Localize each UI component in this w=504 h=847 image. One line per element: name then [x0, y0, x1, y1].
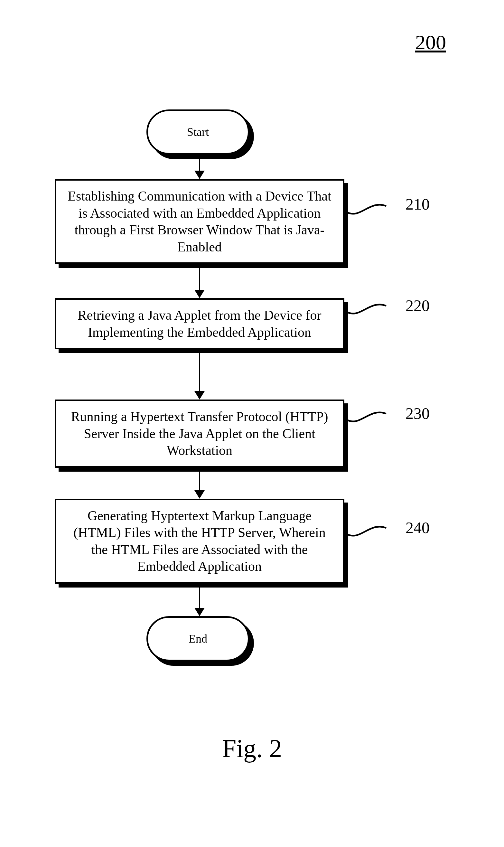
ref-label-210: 210: [406, 195, 430, 213]
arrow-icon: [194, 264, 205, 298]
ref-label-240: 240: [406, 518, 430, 537]
leader-line-icon: [347, 515, 406, 554]
process-step-230: Running a Hypertext Transfer Protocol (H…: [55, 399, 344, 468]
start-terminator-label: Start: [146, 109, 249, 155]
process-step-240-text: Generating Hyptertext Markup Language (H…: [55, 499, 344, 584]
leader-line-icon: [347, 296, 406, 335]
flowchart-figure: 200 Start Establishing Communication wit…: [0, 0, 504, 847]
leader-line-icon: [347, 402, 406, 441]
process-step-220-text: Retrieving a Java Applet from the Device…: [55, 298, 344, 349]
process-step-210-text: Establishing Communication with a Device…: [55, 179, 344, 264]
arrow-icon: [194, 349, 205, 399]
process-step-220: Retrieving a Java Applet from the Device…: [55, 298, 344, 349]
ref-label-230: 230: [406, 404, 430, 423]
process-step-240: Generating Hyptertext Markup Language (H…: [55, 499, 344, 584]
flowchart-column: Start Establishing Communication with a …: [55, 109, 344, 665]
figure-number: 200: [415, 31, 446, 54]
arrow-icon: [194, 468, 205, 499]
arrow-icon: [194, 158, 205, 179]
figure-caption: Fig. 2: [0, 734, 504, 763]
leader-line-icon: [347, 193, 406, 232]
end-terminator: End: [146, 616, 253, 665]
process-step-210: Establishing Communication with a Device…: [55, 179, 344, 264]
arrow-icon: [194, 584, 205, 616]
ref-label-220: 220: [406, 296, 430, 315]
process-step-230-text: Running a Hypertext Transfer Protocol (H…: [55, 399, 344, 468]
start-terminator: Start: [146, 109, 253, 158]
end-terminator-label: End: [146, 616, 249, 661]
